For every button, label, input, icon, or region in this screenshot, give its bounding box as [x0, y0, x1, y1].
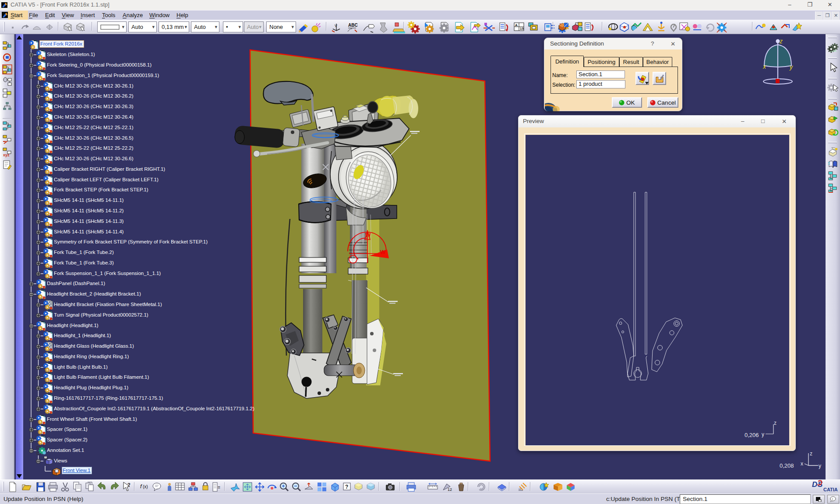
- svg-text:?: ?: [345, 484, 348, 490]
- svg-text:=: =: [218, 485, 220, 490]
- svg-text:12: 12: [448, 487, 452, 492]
- svg-text:(x): (x): [143, 484, 148, 489]
- svg-text:D: D: [812, 480, 817, 489]
- svg-text:f: f: [140, 483, 142, 490]
- svg-text:CATIA: CATIA: [823, 487, 838, 492]
- svg-text:?: ?: [127, 482, 131, 487]
- svg-text:i: i: [832, 497, 833, 501]
